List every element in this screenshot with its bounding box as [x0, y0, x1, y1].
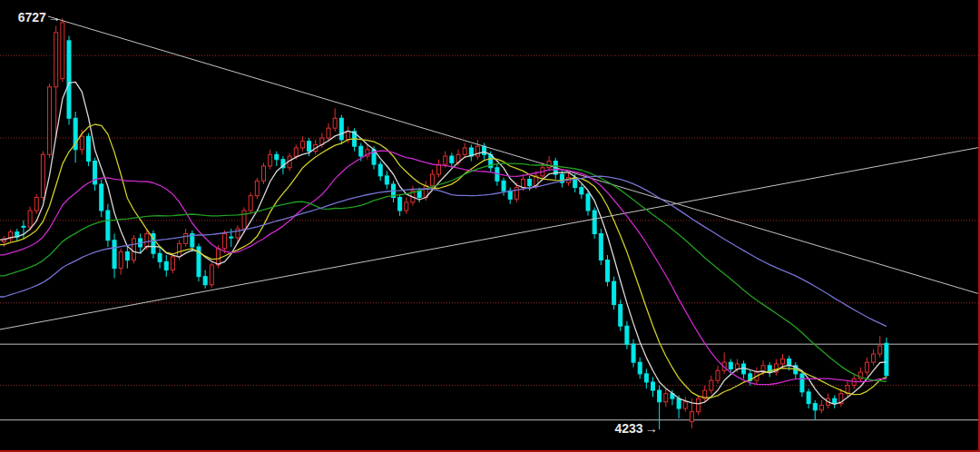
- candle-up: [48, 84, 52, 158]
- candle-body: [339, 118, 343, 140]
- candle-down: [74, 112, 77, 162]
- candle-body: [502, 181, 505, 191]
- candle-down: [605, 255, 609, 287]
- candle-body: [28, 211, 32, 227]
- ma-line-20: [0, 151, 887, 384]
- candle-up: [683, 397, 687, 411]
- candle-down: [560, 171, 564, 187]
- candle-down: [483, 143, 486, 160]
- candle-up: [41, 152, 44, 201]
- candle-up: [269, 150, 272, 170]
- candle-up: [132, 235, 136, 263]
- candle-body: [450, 156, 454, 162]
- candle-down: [158, 247, 162, 269]
- candlestick-chart[interactable]: 6727→ 4233→: [0, 0, 980, 452]
- candle-body: [223, 233, 227, 248]
- candle-down: [658, 386, 662, 430]
- candle-down: [125, 247, 129, 269]
- candle-body: [346, 132, 349, 140]
- candle-body: [378, 164, 382, 176]
- candle-body: [781, 359, 785, 364]
- candle-body: [522, 179, 525, 187]
- candle-down: [197, 243, 201, 281]
- candle-body: [508, 191, 512, 199]
- price-annotation-low: 4233→: [614, 420, 657, 437]
- candle-down: [794, 362, 798, 378]
- candle-down: [106, 204, 110, 247]
- candle-body: [125, 251, 129, 260]
- candle-body: [236, 229, 240, 238]
- candle-up: [262, 162, 266, 184]
- candle-body: [300, 142, 304, 148]
- candle-body: [178, 243, 181, 257]
- right-arrow-icon: →: [48, 10, 61, 25]
- candle-body: [249, 196, 252, 211]
- candle-body: [308, 142, 311, 152]
- candle-down: [86, 133, 90, 166]
- candle-down: [392, 181, 396, 202]
- candle-down: [508, 188, 512, 204]
- candle-body: [807, 392, 810, 404]
- candle-down: [385, 171, 388, 189]
- candle-body: [644, 374, 648, 382]
- candle-body: [690, 412, 693, 422]
- candle-body: [405, 202, 408, 211]
- candle-body: [605, 260, 609, 282]
- candle-body: [833, 398, 837, 403]
- candle-down: [652, 378, 655, 398]
- candle-down: [807, 388, 810, 408]
- candle-up: [865, 358, 868, 376]
- candle-body: [788, 359, 791, 366]
- candle-up: [710, 376, 713, 394]
- candle-body: [203, 277, 207, 285]
- candle-body: [619, 305, 622, 327]
- candle-up: [171, 253, 174, 273]
- candle-up: [463, 143, 466, 158]
- candle-body: [885, 343, 888, 375]
- candle-body: [483, 146, 486, 154]
- candle-up: [210, 261, 213, 288]
- candle-body: [664, 394, 668, 402]
- candle-up: [249, 192, 252, 214]
- candle-down: [93, 158, 97, 191]
- candle-body: [742, 364, 746, 374]
- candle-up: [54, 26, 58, 139]
- candle-down: [15, 229, 19, 241]
- candle-down: [580, 184, 583, 199]
- candle-down: [625, 321, 629, 349]
- candle-body: [100, 184, 103, 211]
- candle-body: [67, 41, 71, 118]
- candle-body: [41, 154, 44, 197]
- candle-body: [417, 191, 421, 197]
- candle-up: [223, 231, 227, 253]
- candle-up: [184, 229, 188, 247]
- candle-body: [475, 146, 479, 156]
- candle-up: [703, 386, 707, 402]
- candle-body: [48, 87, 52, 154]
- candle-up: [366, 144, 369, 159]
- chart-canvas[interactable]: [0, 0, 980, 452]
- candle-body: [710, 380, 713, 390]
- candle-up: [547, 156, 551, 171]
- candle-body: [652, 382, 655, 390]
- candle-down: [612, 277, 616, 310]
- candle-down: [813, 400, 817, 420]
- candle-body: [593, 211, 596, 233]
- candle-body: [872, 354, 876, 362]
- candle-down: [152, 231, 155, 259]
- candle-down: [398, 194, 402, 216]
- candle-body: [113, 241, 116, 269]
- right-arrow-icon: →: [645, 421, 658, 436]
- candle-down: [164, 255, 168, 277]
- candle-body: [683, 402, 687, 408]
- candle-down: [203, 270, 207, 288]
- candle-up: [858, 368, 862, 382]
- candle-down: [339, 115, 343, 145]
- candle-down: [22, 221, 25, 239]
- price-annotation-low-value: 4233: [614, 421, 642, 436]
- candle-down: [593, 207, 596, 239]
- candle-down: [885, 338, 888, 378]
- candle-down: [113, 233, 116, 278]
- candle-body: [813, 404, 817, 410]
- candle-down: [742, 360, 746, 378]
